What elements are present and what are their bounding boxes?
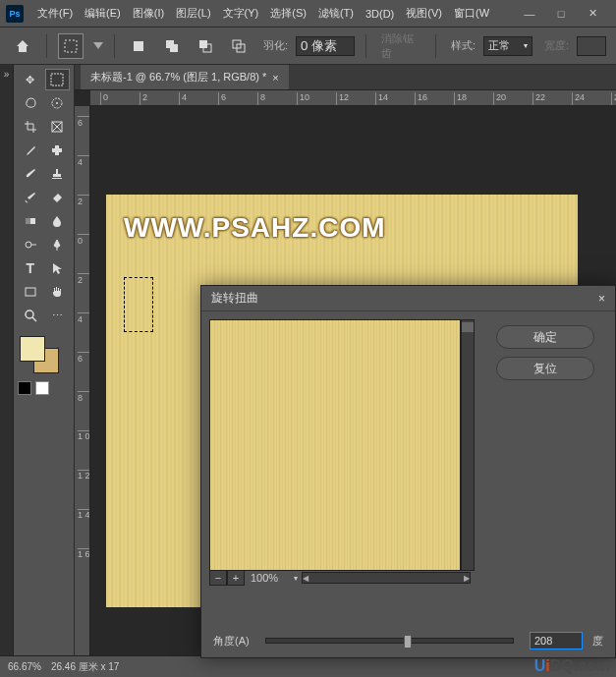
ruler-horizontal: 0 2 4 6 8 10 12 14 16 18 20 22 24 26 (90, 90, 616, 106)
svg-rect-15 (55, 145, 59, 155)
menu-view[interactable]: 视图(V) (400, 2, 448, 25)
home-icon[interactable] (10, 33, 35, 59)
menu-filter[interactable]: 滤镜(T) (312, 2, 360, 25)
history-brush-tool[interactable] (18, 187, 43, 208)
close-button[interactable]: ✕ (583, 4, 602, 24)
zoom-level[interactable]: 100% (245, 572, 294, 584)
tools-panel: ✥ T ⋯ (14, 65, 75, 677)
preview-scroll-h[interactable]: ◀▶ (302, 572, 471, 584)
uibq-watermark: UiBQ.com (534, 657, 610, 675)
close-tab-icon[interactable]: × (272, 72, 278, 84)
blur-tool[interactable] (45, 210, 71, 232)
selection-marquee[interactable] (124, 277, 153, 332)
menu-window[interactable]: 窗口(W (448, 2, 495, 25)
zoom-tool[interactable] (18, 305, 43, 326)
svg-rect-0 (65, 40, 77, 52)
sel-add-icon[interactable] (159, 33, 185, 59)
ok-button[interactable]: 确定 (496, 325, 594, 349)
sel-intersect-icon[interactable] (226, 33, 252, 59)
svg-rect-3 (170, 44, 178, 52)
marquee-tool[interactable] (45, 69, 71, 90)
foreground-swatch[interactable] (20, 336, 45, 362)
brush-tool[interactable] (18, 163, 43, 185)
quick-select-tool[interactable] (45, 92, 71, 114)
minimize-button[interactable]: — (520, 4, 539, 24)
dodge-tool[interactable] (18, 234, 43, 255)
dialog-title: 旋转扭曲 (211, 290, 258, 307)
dropdown-icon[interactable] (93, 42, 103, 49)
pen-tool[interactable] (45, 234, 71, 255)
menu-layer[interactable]: 图层(L) (170, 2, 216, 25)
menu-text[interactable]: 文字(Y) (217, 2, 265, 25)
feather-label: 羽化: (263, 38, 288, 53)
marquee-mode-icon[interactable] (58, 33, 84, 59)
width-input (577, 36, 606, 56)
frame-tool[interactable] (45, 116, 71, 138)
move-tool[interactable]: ✥ (18, 69, 43, 90)
sel-new-icon[interactable] (126, 33, 151, 59)
shape-tool[interactable] (18, 281, 43, 303)
menu-image[interactable]: 图像(I) (127, 2, 170, 25)
eyedropper-tool[interactable] (18, 140, 43, 161)
feather-input[interactable] (296, 36, 355, 56)
swap-colors-icon[interactable] (35, 381, 49, 395)
zoom-in-button[interactable]: + (227, 570, 245, 586)
hand-tool[interactable] (45, 281, 71, 303)
ps-logo: Ps (6, 5, 24, 23)
stamp-tool[interactable] (45, 163, 71, 185)
svg-line-22 (32, 317, 36, 321)
svg-rect-20 (26, 288, 35, 296)
svg-rect-1 (134, 41, 143, 51)
reset-button[interactable]: 复位 (496, 357, 594, 380)
angle-slider[interactable] (265, 638, 514, 644)
ruler-vertical: 6 4 2 0 2 4 6 8 1 0 1 2 1 4 1 6 (75, 106, 90, 677)
eraser-tool[interactable] (45, 187, 71, 208)
document-tab[interactable]: 未标题-1 @ 66.7% (图层 1, RGB/8) *× (81, 65, 289, 89)
style-label: 样式: (451, 38, 476, 53)
gradient-tool[interactable] (18, 210, 43, 232)
zoom-out-button[interactable]: − (209, 570, 227, 586)
twirl-dialog: 旋转扭曲× − + 100% ▾ ◀▶ 确定 复位 角度(A) 度 (200, 285, 616, 658)
svg-point-18 (26, 242, 31, 248)
watermark-text: WWW.PSAHZ.COM (124, 212, 386, 244)
sel-subtract-icon[interactable] (193, 33, 218, 59)
antialias-label: 消除锯齿 (381, 31, 424, 61)
heal-tool[interactable] (45, 140, 71, 161)
menu-3d[interactable]: 3D(D) (360, 4, 400, 24)
angle-unit: 度 (592, 634, 603, 649)
path-select-tool[interactable] (45, 257, 71, 279)
type-tool[interactable]: T (18, 257, 43, 279)
lasso-tool[interactable] (18, 92, 43, 114)
style-select[interactable]: 正常▾ (483, 36, 532, 56)
angle-input[interactable] (530, 632, 583, 649)
default-colors-icon[interactable] (18, 381, 31, 395)
preview-image[interactable] (209, 319, 461, 571)
crop-tool[interactable] (18, 116, 43, 138)
menu-file[interactable]: 文件(F) (31, 2, 79, 25)
menu-edit[interactable]: 编辑(E) (79, 2, 127, 25)
dialog-close-icon[interactable]: × (598, 292, 605, 306)
status-dims: 26.46 厘米 x 17 (51, 660, 119, 674)
menu-select[interactable]: 选择(S) (264, 2, 312, 25)
svg-rect-8 (51, 74, 63, 85)
extra-tool[interactable]: ⋯ (45, 305, 71, 326)
status-zoom[interactable]: 66.67% (8, 661, 41, 672)
svg-point-21 (26, 310, 33, 318)
svg-point-10 (56, 102, 58, 104)
maximize-button[interactable]: □ (551, 4, 571, 24)
angle-label: 角度(A) (213, 634, 250, 649)
svg-rect-17 (26, 218, 30, 224)
expand-icon[interactable]: » (4, 69, 10, 80)
width-label: 宽度: (544, 38, 569, 53)
preview-scroll-v[interactable] (461, 319, 475, 571)
